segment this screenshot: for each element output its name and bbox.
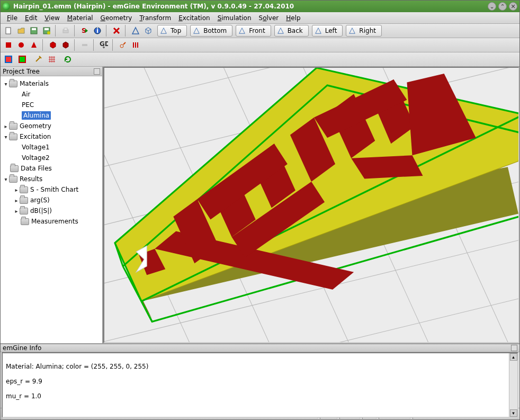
info-panel: emGine Info Material: Alumina; color = (… <box>1 344 519 408</box>
svg-rect-13 <box>82 44 87 46</box>
settings-button[interactable] <box>32 53 44 65</box>
render-wire-button[interactable] <box>3 53 14 65</box>
tree-results[interactable]: Results <box>20 175 42 183</box>
tree-voltage1[interactable]: Voltage1 <box>22 144 50 151</box>
mesh-button[interactable] <box>46 53 58 65</box>
save-as-button[interactable] <box>41 25 52 37</box>
svg-rect-18 <box>137 42 138 48</box>
view-back-button[interactable]: Back <box>274 25 309 37</box>
shape-cube-solid-button[interactable] <box>60 39 71 51</box>
info-text-area: Material: Alumina; color = (255, 255, 0,… <box>2 352 518 418</box>
delete-button[interactable] <box>111 25 122 37</box>
tree-dbs[interactable]: dB(|S|) <box>30 207 52 215</box>
tree-excitation[interactable]: Excitation <box>20 133 51 140</box>
svg-rect-2 <box>32 28 36 30</box>
probe-button[interactable] <box>117 39 129 51</box>
view-right-button[interactable]: Right <box>346 25 382 37</box>
menu-material[interactable]: Material <box>64 13 96 23</box>
titlebar: Hairpin_01.emm (Hairpin) - emGine Enviro… <box>1 1 519 12</box>
tree-geometry[interactable]: Geometry <box>20 122 51 130</box>
app-icon <box>3 3 10 10</box>
refresh-button[interactable] <box>62 53 74 65</box>
info-line-3: mu_r = 1.0 <box>6 392 514 400</box>
close-button[interactable]: ✕ <box>509 2 517 11</box>
svg-point-15 <box>120 44 123 48</box>
project-tree-panel: Project Tree ▾Materials Air PEC Alumina … <box>1 67 103 343</box>
svg-point-12 <box>19 42 24 48</box>
tree-pec[interactable]: PEC <box>22 101 34 109</box>
axis-button[interactable] <box>130 25 141 37</box>
menu-simulation[interactable]: Simulation <box>214 13 255 23</box>
project-tree[interactable]: ▾Materials Air PEC Alumina ▸Geometry ▾Ex… <box>1 76 102 343</box>
menu-help[interactable]: Help <box>283 13 303 23</box>
svg-rect-19 <box>5 56 12 62</box>
view-front-button[interactable]: Front <box>236 25 271 37</box>
menu-solver[interactable]: Solver <box>256 13 282 23</box>
svg-text:i: i <box>96 27 98 34</box>
info-pin-icon[interactable] <box>511 345 517 351</box>
run-solver-button[interactable]: S <box>79 25 91 37</box>
tree-smith[interactable]: S - Smith Chart <box>30 186 78 193</box>
menubar: File Edit View Material Geometry Transfo… <box>1 12 519 24</box>
port-button[interactable] <box>79 39 91 51</box>
new-file-button[interactable] <box>3 25 14 37</box>
maximize-button[interactable]: ⌃ <box>498 2 507 11</box>
svg-rect-7 <box>64 28 67 30</box>
pin-icon[interactable] <box>94 68 100 75</box>
menu-transform[interactable]: Transform <box>136 13 174 23</box>
open-file-button[interactable] <box>15 25 27 37</box>
tree-alumina[interactable]: Alumina <box>22 111 51 120</box>
save-button[interactable] <box>28 25 40 37</box>
svg-rect-17 <box>135 42 136 48</box>
svg-point-5 <box>47 31 50 34</box>
shape-cube-outline-button[interactable] <box>47 39 59 51</box>
menu-view[interactable]: View <box>41 13 62 23</box>
menu-excitation[interactable]: Excitation <box>175 13 213 23</box>
shape-cone-button[interactable] <box>28 39 40 51</box>
window-title: Hairpin_01.emm (Hairpin) - emGine Enviro… <box>13 3 486 10</box>
shape-box-button[interactable] <box>3 39 14 51</box>
toolbar-shapes: GDS <box>1 38 519 52</box>
shape-sphere-button[interactable] <box>15 39 27 51</box>
tree-air[interactable]: Air <box>22 91 30 98</box>
info-header: emGine Info <box>1 344 519 352</box>
view-left-button[interactable]: Left <box>312 25 343 37</box>
svg-rect-11 <box>6 42 11 48</box>
svg-rect-20 <box>19 56 25 62</box>
gds-import-button[interactable]: GDS <box>98 39 110 51</box>
tree-voltage2[interactable]: Voltage2 <box>22 154 50 162</box>
info-title: emGine Info <box>3 344 41 352</box>
toolbar-main: S i Top Bottom Front Back Left Right <box>1 24 519 38</box>
cube-outline-button[interactable] <box>142 25 154 37</box>
minimize-button[interactable]: ⌄ <box>488 2 496 11</box>
project-tree-header: Project Tree <box>1 67 102 76</box>
project-tree-title: Project Tree <box>3 68 40 75</box>
3d-viewport[interactable] <box>103 67 519 343</box>
tree-args[interactable]: arg(S) <box>30 196 50 204</box>
menu-edit[interactable]: Edit <box>22 13 40 23</box>
info-line-2: eps_r = 9.9 <box>6 378 514 385</box>
field-monitor-button[interactable] <box>130 39 141 51</box>
svg-rect-16 <box>133 42 134 48</box>
info-line-1: Material: Alumina; color = (255, 255, 0,… <box>6 363 514 370</box>
menu-file[interactable]: File <box>4 13 21 23</box>
svg-rect-0 <box>6 28 11 34</box>
tree-datafiles[interactable]: Data Files <box>21 165 52 172</box>
print-button[interactable] <box>60 25 71 37</box>
view-bottom-button[interactable]: Bottom <box>190 25 232 37</box>
tree-materials[interactable]: Materials <box>20 80 49 87</box>
view-top-button[interactable]: Top <box>157 25 187 37</box>
svg-rect-4 <box>44 28 49 30</box>
render-solid-button[interactable] <box>16 53 28 65</box>
info-scrollbar[interactable]: ▴▾ <box>509 353 517 417</box>
tree-meas[interactable]: Measurements <box>31 218 78 225</box>
menu-geometry[interactable]: Geometry <box>97 13 136 23</box>
info-button[interactable]: i <box>92 25 103 37</box>
toolbar-view-options <box>1 52 519 67</box>
